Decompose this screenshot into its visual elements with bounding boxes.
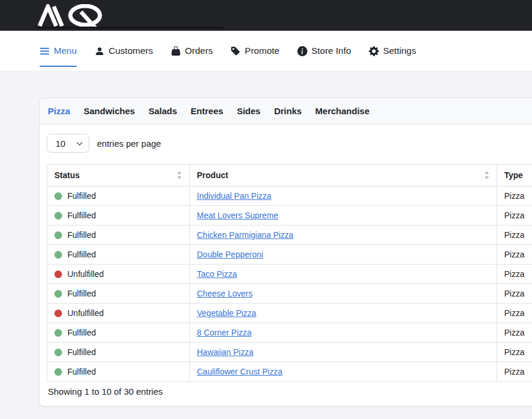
product-link[interactable]: Vegetable Pizza xyxy=(197,308,256,318)
status-cell: Fulfilled xyxy=(47,284,190,304)
nav-item-customers[interactable]: Customers xyxy=(95,31,153,71)
product-cell: Double Pepperoni xyxy=(190,245,497,265)
page-content: Pizza Sandwiches Salads Entrees Sides Dr… xyxy=(0,72,532,407)
status-label: Fulfilled xyxy=(67,250,96,259)
entries-per-page-row: 10 entries per page xyxy=(47,134,532,153)
table-row: Fulfilled 8 Corner Pizza Pizza xyxy=(47,323,532,343)
table-row: Fulfilled Meat Lovers Supreme Pizza xyxy=(47,206,532,225)
status-dot-icon xyxy=(54,290,62,298)
nav-item-menu[interactable]: Menu xyxy=(40,31,77,71)
product-cell: Individual Pan Pizza xyxy=(190,186,497,206)
type-cell: Pizza xyxy=(497,186,532,206)
product-link[interactable]: Cauliflower Crust Pizza xyxy=(197,367,283,376)
tab-pizza[interactable]: Pizza xyxy=(48,106,70,116)
nav-label: Store Info xyxy=(312,46,351,56)
product-cell: Vegetable Pizza xyxy=(190,304,497,323)
status-label: Fulfilled xyxy=(67,230,96,240)
nav-item-orders[interactable]: Orders xyxy=(171,31,213,71)
product-link[interactable]: Meat Lovers Supreme xyxy=(197,211,278,220)
chevron-down-icon xyxy=(76,140,83,147)
tab-sandwiches[interactable]: Sandwiches xyxy=(84,106,135,116)
product-cell: Cheese Lovers xyxy=(190,284,497,304)
column-label: Status xyxy=(54,170,80,180)
status-label: Fulfilled xyxy=(67,367,96,376)
status-dot-icon xyxy=(54,192,62,200)
tab-salads[interactable]: Salads xyxy=(148,106,177,116)
type-cell: Pizza xyxy=(497,265,532,284)
tab-drinks[interactable]: Drinks xyxy=(274,106,302,116)
column-label: Product xyxy=(197,170,228,180)
type-cell: Pizza xyxy=(497,284,532,304)
status-cell: Unfulfilled xyxy=(47,265,190,284)
main-nav: Menu Customers Orders Promote Store Info… xyxy=(0,31,532,72)
tag-icon xyxy=(231,46,241,56)
status-dot-icon xyxy=(54,270,62,278)
status-cell: Fulfilled xyxy=(47,245,190,265)
logo-underline xyxy=(37,27,223,28)
status-label: Unfulfilled xyxy=(67,308,103,318)
status-cell: Fulfilled xyxy=(47,343,190,362)
table-header-row: Status Product xyxy=(47,165,532,186)
nav-label: Promote xyxy=(245,46,280,56)
tab-merchandise[interactable]: Merchandise xyxy=(315,106,369,116)
product-cell: Hawaiian Pizza xyxy=(190,343,497,362)
status-dot-icon xyxy=(54,329,62,337)
product-link[interactable]: Individual Pan Pizza xyxy=(197,191,271,201)
nav-item-store-info[interactable]: Store Info xyxy=(297,31,351,71)
topbar xyxy=(0,0,532,31)
table-row: Fulfilled Double Pepperoni Pizza xyxy=(47,245,532,265)
card-body: 10 entries per page Status xyxy=(40,124,532,406)
table-row: Fulfilled Individual Pan Pizza Pizza xyxy=(47,186,532,206)
column-header-status[interactable]: Status xyxy=(47,165,190,186)
nav-label: Customers xyxy=(109,46,153,56)
status-dot-icon xyxy=(54,310,62,317)
entries-per-page-label: entries per page xyxy=(97,138,161,149)
tab-entrees[interactable]: Entrees xyxy=(191,106,223,116)
product-link[interactable]: Taco Pizza xyxy=(197,269,237,279)
product-link[interactable]: Chicken Parmigiana Pizza xyxy=(197,230,293,240)
person-icon xyxy=(95,46,105,56)
product-link[interactable]: 8 Corner Pizza xyxy=(197,328,252,337)
bag-icon xyxy=(171,46,181,56)
table-row: Unfulfilled Taco Pizza Pizza xyxy=(47,265,532,284)
nav-label: Menu xyxy=(54,46,77,56)
product-link[interactable]: Double Pepperoni xyxy=(197,250,263,259)
category-tabs: Pizza Sandwiches Salads Entrees Sides Dr… xyxy=(40,98,532,124)
column-label: Type xyxy=(504,170,523,180)
type-cell: Pizza xyxy=(497,206,532,225)
type-cell: Pizza xyxy=(497,362,532,382)
product-cell: Meat Lovers Supreme xyxy=(190,206,497,225)
column-header-type[interactable]: Type xyxy=(497,165,532,186)
status-cell: Unfulfilled xyxy=(47,304,190,323)
hamburger-icon xyxy=(40,46,50,56)
entries-per-page-value: 10 xyxy=(56,138,66,149)
info-icon xyxy=(297,46,307,56)
type-cell: Pizza xyxy=(497,323,532,343)
product-link[interactable]: Cheese Lovers xyxy=(197,289,252,298)
sort-icon[interactable] xyxy=(484,171,489,179)
nav-item-promote[interactable]: Promote xyxy=(231,31,280,71)
status-dot-icon xyxy=(54,212,62,220)
product-link[interactable]: Hawaiian Pizza xyxy=(197,347,254,357)
product-cell: 8 Corner Pizza xyxy=(190,323,497,343)
status-cell: Fulfilled xyxy=(47,186,190,206)
table-row: Fulfilled Hawaiian Pizza Pizza xyxy=(47,343,532,362)
product-cell: Taco Pizza xyxy=(190,265,497,284)
type-cell: Pizza xyxy=(497,304,532,323)
sort-icon[interactable] xyxy=(177,171,182,179)
gear-icon xyxy=(369,46,379,56)
entries-per-page-select[interactable]: 10 xyxy=(47,134,89,153)
nav-item-settings[interactable]: Settings xyxy=(369,31,416,71)
table-row: Unfulfilled Vegetable Pizza Pizza xyxy=(47,304,532,323)
status-cell: Fulfilled xyxy=(47,362,190,382)
status-cell: Fulfilled xyxy=(47,206,190,225)
type-cell: Pizza xyxy=(497,245,532,265)
status-dot-icon xyxy=(54,349,62,356)
nav-label: Settings xyxy=(383,46,416,56)
nav-label: Orders xyxy=(185,46,213,56)
brand-logo-icon xyxy=(38,4,106,28)
column-header-product[interactable]: Product xyxy=(190,165,497,186)
status-label: Unfulfilled xyxy=(67,269,103,279)
tab-sides[interactable]: Sides xyxy=(237,106,261,116)
status-label: Fulfilled xyxy=(67,211,96,220)
